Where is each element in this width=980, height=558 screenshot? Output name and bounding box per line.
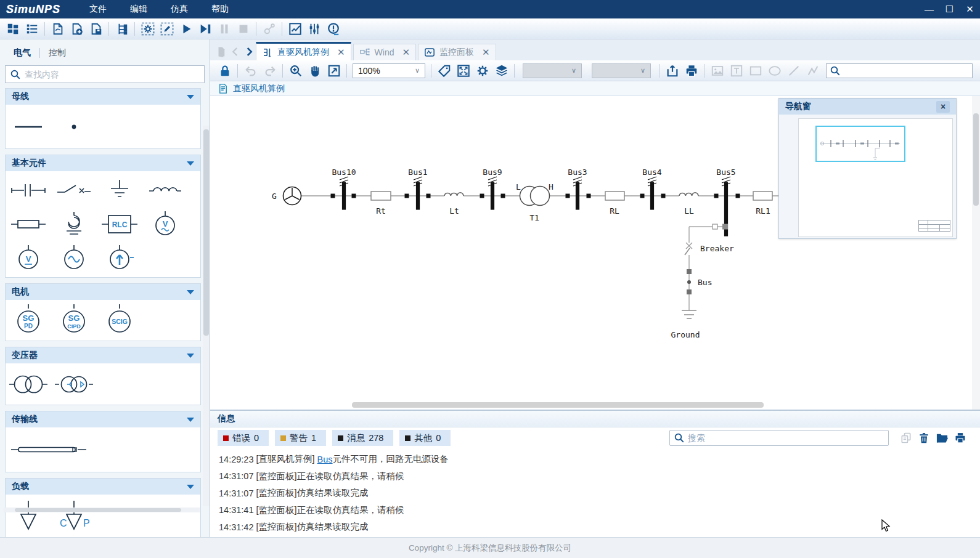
- parameter-flow-button[interactable]: [112, 20, 131, 38]
- settings-gear-button[interactable]: [473, 62, 492, 79]
- canvas-horizontal-scrollbar[interactable]: [210, 402, 971, 408]
- palette-tab-electrical[interactable]: 电气: [9, 46, 36, 60]
- section-basic-header[interactable]: 基本元件: [6, 155, 200, 171]
- menu-file[interactable]: 文件: [78, 4, 118, 15]
- symbol-inductor[interactable]: [142, 174, 188, 206]
- tab-wind[interactable]: Wind ✕: [353, 44, 416, 60]
- symbol-capacitor[interactable]: [6, 174, 51, 206]
- symbol-switch[interactable]: [51, 174, 97, 206]
- symbol-cvp-load[interactable]: CP: [51, 502, 97, 534]
- tab-wind-example[interactable]: 直驱风机算例 ✕: [256, 42, 351, 60]
- log-search-input[interactable]: [688, 433, 884, 443]
- resistor-rl[interactable]: RL: [605, 192, 624, 216]
- tab-close-icon[interactable]: ✕: [402, 47, 410, 58]
- symbol-dc-voltmeter[interactable]: V: [6, 242, 51, 274]
- navigation-window[interactable]: 导航窗 ×: [778, 98, 957, 239]
- step-run-button[interactable]: [195, 20, 214, 38]
- symbol-static-load[interactable]: [6, 502, 51, 534]
- zoom-in-button[interactable]: [286, 62, 305, 79]
- close-icon[interactable]: ×: [936, 101, 950, 113]
- scrollbar-thumb[interactable]: [352, 402, 764, 408]
- fit-view-button[interactable]: [454, 62, 473, 79]
- navigation-window-header[interactable]: 导航窗 ×: [779, 99, 956, 115]
- symbol-two-winding-transformer[interactable]: [6, 368, 51, 400]
- symbol-ac-source[interactable]: [51, 242, 97, 274]
- tab-close-icon[interactable]: ✕: [337, 47, 345, 58]
- bus-link[interactable]: Bus: [317, 455, 333, 464]
- symbol-bus-node[interactable]: [51, 111, 97, 143]
- tab-close-icon[interactable]: ✕: [482, 47, 490, 58]
- inductor-ll[interactable]: LL: [679, 193, 698, 216]
- scrollbar-thumb[interactable]: [203, 129, 209, 336]
- export-button[interactable]: [663, 62, 682, 79]
- parameter-monitor-button[interactable]: [304, 20, 324, 38]
- symbol-ac-voltmeter[interactable]: V: [142, 208, 188, 240]
- model-tree-button[interactable]: [22, 20, 41, 38]
- menu-simulation[interactable]: 仿真: [159, 4, 200, 15]
- symbol-sg-cipd-machine[interactable]: SGCIPD: [51, 304, 97, 336]
- simulation-edit-button[interactable]: [157, 20, 176, 38]
- simulation-settings-button[interactable]: [138, 20, 157, 38]
- menu-edit[interactable]: 编辑: [118, 4, 159, 15]
- clear-log-icon[interactable]: [918, 432, 930, 444]
- transformer-t1[interactable]: L H T1: [516, 182, 553, 222]
- log-list[interactable]: 14:29:23 [直驱风机算例] Bus元件不可用，回路无电源设备 14:31…: [210, 448, 980, 537]
- sidebar-horizontal-scrollbar[interactable]: [4, 507, 200, 512]
- scrollbar-thumb[interactable]: [15, 508, 181, 512]
- section-machines-header[interactable]: 电机: [6, 284, 200, 300]
- section-transmission-header[interactable]: 传输线: [6, 411, 200, 427]
- open-project-button[interactable]: [48, 20, 67, 38]
- symbol-transmission-line[interactable]: [6, 434, 92, 466]
- scrollbar-thumb[interactable]: [973, 113, 979, 206]
- symbol-current-source[interactable]: [97, 242, 142, 274]
- palette-search-box[interactable]: [5, 65, 205, 83]
- filter-errors[interactable]: 错误0: [218, 430, 269, 446]
- menu-help[interactable]: 帮助: [200, 4, 240, 15]
- lock-icon[interactable]: [215, 62, 234, 79]
- symbol-bus-line[interactable]: [6, 111, 51, 143]
- tab-scroll-forward-button[interactable]: [242, 43, 256, 60]
- resistor-rt[interactable]: Rt: [371, 192, 391, 216]
- palette-search-input[interactable]: [25, 70, 200, 79]
- alarm-button[interactable]: [324, 20, 343, 38]
- zoom-level-select[interactable]: 100%∨: [353, 63, 425, 78]
- symbol-resistor[interactable]: [6, 208, 51, 240]
- breadcrumb-title[interactable]: 直驱风机算例: [233, 83, 285, 94]
- maximize-button[interactable]: ☐: [939, 0, 960, 18]
- open-log-icon[interactable]: [936, 432, 949, 445]
- canvas-vertical-scrollbar[interactable]: [972, 96, 980, 410]
- filter-messages[interactable]: 消息278: [332, 430, 393, 446]
- symbol-yd-transformer[interactable]: [51, 368, 97, 400]
- canvas-search-box[interactable]: [826, 63, 973, 78]
- new-project-button[interactable]: [67, 20, 86, 38]
- tag-button[interactable]: [435, 62, 454, 79]
- symbol-arrester[interactable]: [51, 208, 97, 240]
- tab-monitor-panel[interactable]: 监控面板 ✕: [418, 44, 496, 60]
- open-in-window-button[interactable]: [324, 62, 343, 79]
- wind-generator[interactable]: G: [272, 187, 301, 205]
- modules-button[interactable]: [3, 20, 22, 38]
- pan-hand-button[interactable]: [305, 62, 324, 79]
- section-bus-header[interactable]: 母线: [6, 89, 200, 105]
- inductor-lt[interactable]: Lt: [444, 193, 463, 216]
- resistor-rl1[interactable]: RL1: [753, 192, 772, 216]
- close-button[interactable]: ✕: [960, 0, 980, 18]
- canvas-search-input[interactable]: [841, 66, 969, 75]
- symbol-rlc-branch[interactable]: RLC: [97, 208, 142, 240]
- layers-button[interactable]: [492, 62, 511, 79]
- filter-warnings[interactable]: 警告1: [275, 430, 326, 446]
- minimize-button[interactable]: —: [919, 0, 939, 18]
- breaker-branch[interactable]: Breaker Bus Ground: [671, 224, 734, 340]
- navigation-minimap[interactable]: [798, 118, 953, 237]
- log-search-box[interactable]: [669, 430, 889, 446]
- schematic-canvas[interactable]: G Bus10 Bus1 Bus9 Bus3 Bus4: [210, 96, 980, 410]
- print-button[interactable]: [682, 62, 701, 79]
- symbol-ground[interactable]: [97, 174, 142, 206]
- filter-others[interactable]: 其他0: [399, 430, 451, 446]
- palette-tab-control[interactable]: 控制: [44, 46, 71, 60]
- run-button[interactable]: [176, 20, 195, 38]
- save-project-button[interactable]: [86, 20, 105, 38]
- symbol-scig-machine[interactable]: SCIG: [97, 304, 142, 336]
- save-log-icon[interactable]: [954, 432, 966, 444]
- section-loads-header[interactable]: 负载: [6, 479, 200, 495]
